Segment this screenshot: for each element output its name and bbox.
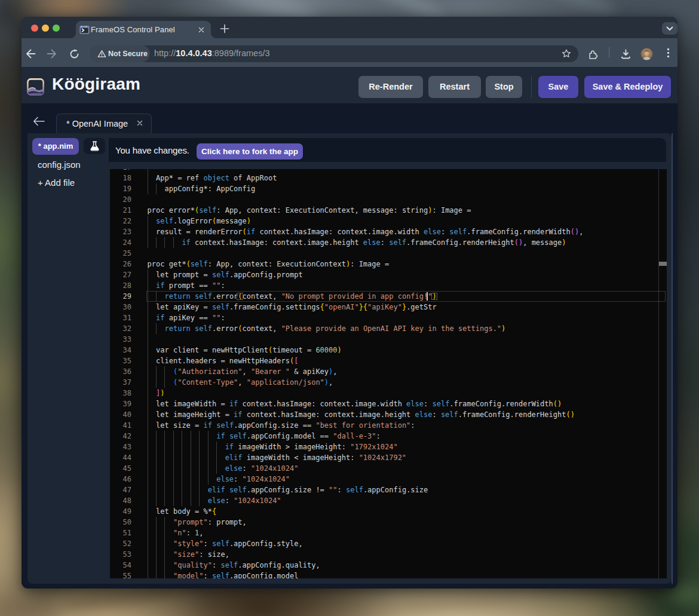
code-line-33[interactable]: 33 bbox=[110, 334, 667, 345]
test-flask-button[interactable] bbox=[84, 138, 105, 154]
extensions-icon[interactable] bbox=[588, 49, 598, 59]
re-render-button[interactable]: Re-Render bbox=[358, 76, 423, 98]
code-line-49[interactable]: 49 let body = %*{ bbox=[110, 506, 667, 517]
page-header: Köögiraam Re-Render Restart Stop Save Sa… bbox=[22, 67, 677, 103]
code-editor[interactable]: 1718 App* = ref object of AppRoot19 appC… bbox=[110, 169, 667, 578]
line-number: 34 bbox=[110, 345, 131, 355]
code-text: "quality": self.appConfig.quality, bbox=[148, 560, 320, 571]
avatar[interactable] bbox=[640, 48, 653, 60]
code-line-32[interactable]: 32 return self.error(context, "Please pr… bbox=[110, 323, 667, 334]
code-line-19[interactable]: 19 appConfig*: AppConfig bbox=[110, 183, 667, 194]
code-line-48[interactable]: 48 else: "1024x1024" bbox=[110, 495, 667, 506]
code-text: else: "1024x1024" bbox=[148, 495, 281, 506]
code-line-24[interactable]: 24 if context.hasImage: context.image.he… bbox=[110, 237, 667, 248]
file-tab-openai-image[interactable]: * OpenAI Image bbox=[56, 114, 152, 133]
code-text: let apiKey = self.frameConfig.settings{"… bbox=[148, 302, 437, 312]
code-line-38[interactable]: 38 ]) bbox=[110, 388, 667, 399]
code-text: proc get*(self: App, context: ExecutionC… bbox=[148, 259, 390, 269]
line-number: 23 bbox=[110, 226, 131, 237]
window-close-button[interactable] bbox=[31, 24, 38, 32]
line-number: 49 bbox=[110, 506, 131, 517]
bookmark-star-icon[interactable] bbox=[562, 49, 571, 58]
add-file-button[interactable]: + Add file bbox=[38, 177, 75, 188]
code-line-18[interactable]: 18 App* = ref object of AppRoot bbox=[110, 173, 667, 183]
code-line-43[interactable]: 43 if imageWidth > imageHeight: "1792x10… bbox=[110, 442, 667, 452]
save-redeploy-button[interactable]: Save & Redeploy bbox=[584, 76, 671, 98]
security-chip[interactable]: Not Secure bbox=[90, 45, 150, 62]
code-text: "n": 1, bbox=[148, 528, 204, 538]
code-line-41[interactable]: 41 let size = if self.appConfig.size == … bbox=[110, 420, 667, 431]
code-line-42[interactable]: 42 if self.appConfig.model == "dall-e-3"… bbox=[110, 431, 667, 442]
browser-tab[interactable]: FrameOS Control Panel bbox=[76, 21, 211, 38]
sidebar-file-config-json[interactable]: config.json bbox=[38, 160, 81, 170]
frameos-favicon bbox=[79, 25, 90, 35]
tab-close-icon[interactable] bbox=[197, 25, 206, 35]
sidebar-file-app-nim[interactable]: * app.nim bbox=[32, 138, 79, 155]
browser-menu-icon[interactable] bbox=[667, 48, 670, 58]
forward-icon[interactable] bbox=[47, 49, 57, 59]
code-line-54[interactable]: 54 "quality": self.appConfig.quality, bbox=[110, 560, 667, 571]
code-line-30[interactable]: 30 let apiKey = self.frameConfig.setting… bbox=[110, 302, 667, 312]
tab-overflow-chevron-button[interactable] bbox=[662, 22, 677, 35]
line-number: 55 bbox=[110, 571, 131, 578]
line-number: 43 bbox=[110, 442, 131, 452]
code-line-35[interactable]: 35 client.headers = newHttpHeaders([ bbox=[110, 355, 667, 366]
save-button[interactable]: Save bbox=[538, 76, 578, 98]
code-line-37[interactable]: 37 ("Content-Type", "application/json"), bbox=[110, 377, 667, 388]
code-line-39[interactable]: 39 let imageWidth = if context.hasImage:… bbox=[110, 399, 667, 409]
line-number: 18 bbox=[110, 173, 131, 183]
code-text: else: "1024x1024" bbox=[148, 474, 290, 485]
code-line-23[interactable]: 23 result = renderError(if context.hasIm… bbox=[110, 226, 667, 237]
code-line-28[interactable]: 28 if prompt == "": bbox=[110, 280, 667, 291]
code-line-40[interactable]: 40 let imageHeight = if context.hasImage… bbox=[110, 409, 667, 420]
code-line-47[interactable]: 47 elif self.appConfig.size != "": self.… bbox=[110, 485, 667, 495]
reload-icon[interactable] bbox=[69, 49, 79, 59]
code-line-50[interactable]: 50 "prompt": prompt, bbox=[110, 517, 667, 528]
line-number: 36 bbox=[110, 366, 131, 377]
line-number: 37 bbox=[110, 377, 131, 388]
code-line-26[interactable]: 26proc get*(self: App, context: Executio… bbox=[110, 259, 667, 269]
code-text: "style": self.appConfig.style, bbox=[148, 538, 303, 549]
frameos-logo bbox=[27, 78, 44, 96]
line-number: 22 bbox=[110, 216, 131, 226]
line-number: 52 bbox=[110, 538, 131, 549]
fork-app-button[interactable]: Click here to fork the app bbox=[197, 143, 303, 160]
line-number: 32 bbox=[110, 323, 131, 334]
code-line-55[interactable]: 55 "model": self.appConfig.model bbox=[110, 571, 667, 578]
code-line-21[interactable]: 21proc error*(self: App, context: Execut… bbox=[110, 205, 667, 216]
code-text: appConfig*: AppConfig bbox=[148, 183, 256, 194]
code-line-46[interactable]: 46 else: "1024x1024" bbox=[110, 474, 667, 485]
code-line-51[interactable]: 51 "n": 1, bbox=[110, 528, 667, 538]
code-line-22[interactable]: 22 self.logError(message) bbox=[110, 216, 667, 226]
code-line-34[interactable]: 34 var client = newHttpClient(timeout = … bbox=[110, 345, 667, 355]
code-line-44[interactable]: 44 elif imageWidth < imageHeight: "1024x… bbox=[110, 452, 667, 463]
stop-button[interactable]: Stop bbox=[486, 76, 522, 98]
back-arrow-button[interactable] bbox=[33, 117, 45, 126]
code-line-52[interactable]: 52 "style": self.appConfig.style, bbox=[110, 538, 667, 549]
code-line-36[interactable]: 36 ("Authorization", "Bearer " & apiKey)… bbox=[110, 366, 667, 377]
line-number: 48 bbox=[110, 495, 131, 506]
code-line-31[interactable]: 31 if apiKey == "": bbox=[110, 312, 667, 323]
window-maximize-button[interactable] bbox=[53, 24, 60, 32]
code-text: client.headers = newHttpHeaders([ bbox=[148, 355, 299, 366]
address-bar[interactable]: Not Secure http://10.4.0.43:8989/frames/… bbox=[90, 45, 578, 62]
restart-button[interactable]: Restart bbox=[428, 76, 481, 98]
code-line-53[interactable]: 53 "size": size, bbox=[110, 549, 667, 560]
new-tab-button[interactable] bbox=[219, 23, 231, 35]
code-line-29[interactable]: 29 return self.error(context, "No prompt… bbox=[110, 291, 667, 302]
security-chip-label: Not Secure bbox=[108, 50, 148, 58]
url-text: http://10.4.0.43:8989/frames/3 bbox=[154, 48, 270, 58]
code-text: if context.hasImage: context.image.heigh… bbox=[148, 237, 566, 248]
code-line-20[interactable]: 20 bbox=[110, 194, 667, 205]
panel-right-scroll-line bbox=[672, 133, 673, 584]
back-icon[interactable] bbox=[26, 49, 36, 59]
code-line-27[interactable]: 27 let prompt = self.appConfig.prompt bbox=[110, 269, 667, 280]
code-line-25[interactable]: 25 bbox=[110, 248, 667, 259]
download-icon[interactable] bbox=[621, 49, 631, 59]
code-line-45[interactable]: 45 else: "1024x1024" bbox=[110, 463, 667, 474]
window-minimize-button[interactable] bbox=[42, 24, 49, 32]
code-text: "size": size, bbox=[148, 549, 229, 560]
file-tab-close-icon[interactable] bbox=[136, 119, 145, 128]
indent-guide bbox=[148, 334, 148, 345]
changes-banner: You have changes. Click here to fork the… bbox=[109, 138, 666, 162]
